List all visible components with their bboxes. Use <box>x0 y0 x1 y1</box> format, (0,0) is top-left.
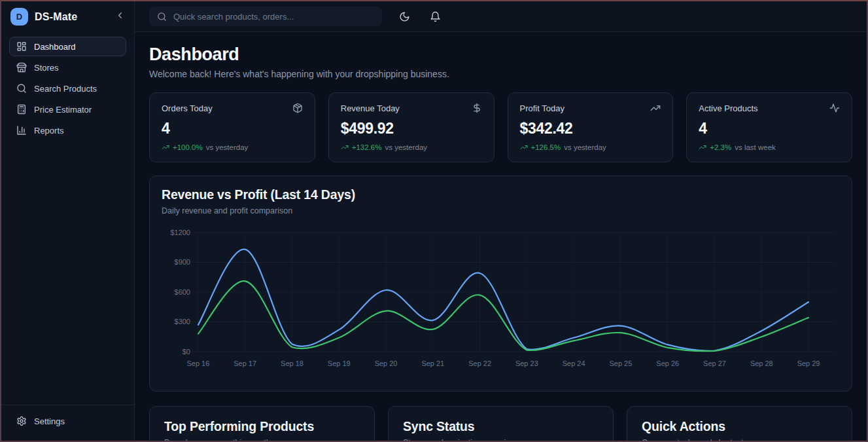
sidebar-collapse-button[interactable] <box>115 10 125 23</box>
y-tick-label: $300 <box>175 318 190 325</box>
card-title: Quick Actions <box>642 419 837 434</box>
topbar <box>135 1 867 32</box>
x-tick-label: Sep 18 <box>281 359 304 367</box>
chart-subtitle: Daily revenue and profit comparison <box>162 206 840 215</box>
stat-label: Revenue Today <box>341 103 400 113</box>
sidebar-item-label: Stores <box>34 63 59 73</box>
dashboard-grid-icon <box>16 41 27 52</box>
stat-value: $342.42 <box>520 120 661 138</box>
brand-name: DS-Mate <box>35 11 77 23</box>
trending-up-icon <box>520 143 528 151</box>
revenue-line <box>198 249 808 351</box>
sidebar-item-stores[interactable]: Stores <box>9 58 126 77</box>
bell-icon[interactable] <box>430 11 441 22</box>
sidebar-item-search-products[interactable]: Search Products <box>9 79 126 98</box>
app-logo: D <box>10 8 28 26</box>
x-tick-label: Sep 28 <box>750 359 773 367</box>
stat-card-revenue-today: Revenue Today $499.92 +132.6% vs yesterd… <box>328 92 495 162</box>
sidebar-header: D DS-Mate <box>1 1 134 32</box>
stat-value: 4 <box>162 120 303 138</box>
x-tick-label: Sep 19 <box>328 359 351 367</box>
stat-label: Active Products <box>699 103 757 113</box>
x-tick-label: Sep 25 <box>610 359 633 367</box>
stat-delta-percent: +126.5% <box>531 143 561 151</box>
global-search[interactable] <box>149 7 382 26</box>
x-tick-label: Sep 17 <box>234 359 256 367</box>
x-tick-label: Sep 16 <box>187 359 210 367</box>
app-window: D DS-Mate Dashboard Stores <box>1 1 867 441</box>
x-tick-label: Sep 23 <box>515 359 538 367</box>
calculator-icon <box>16 104 27 115</box>
revenue-profit-line-chart: $0$300$600$900$1200Sep 16Sep 17Sep 18Sep… <box>162 223 840 382</box>
stat-label: Orders Today <box>162 103 213 113</box>
page-title: Dashboard <box>149 45 852 65</box>
bottom-cards: Top Performing Products Based on revenue… <box>149 406 852 441</box>
quick-actions-card: Quick Actions Common tasks and shortcuts <box>627 406 852 441</box>
x-tick-label: Sep 20 <box>375 359 398 367</box>
sidebar-footer: Settings <box>1 405 134 441</box>
sidebar-item-dashboard[interactable]: Dashboard <box>9 37 126 56</box>
trending-up-icon <box>699 143 706 151</box>
card-title: Top Performing Products <box>164 419 360 434</box>
x-tick-label: Sep 24 <box>563 359 585 367</box>
search-input[interactable] <box>173 12 374 22</box>
x-tick-label: Sep 29 <box>797 359 820 367</box>
x-tick-label: Sep 22 <box>468 359 491 367</box>
sidebar-item-price-estimator[interactable]: Price Estimator <box>9 100 126 119</box>
card-subtitle: Common tasks and shortcuts <box>642 438 837 441</box>
gear-icon <box>16 416 27 426</box>
main-area: Dashboard Welcome back! Here's what's ha… <box>135 1 867 441</box>
stat-delta-percent: +132.6% <box>352 143 382 151</box>
stat-delta-note: vs yesterday <box>385 143 427 151</box>
card-title: Sync Status <box>403 419 599 434</box>
dollar-icon <box>472 103 482 113</box>
sidebar-item-label: Reports <box>34 126 64 136</box>
stat-delta-note: vs last week <box>735 143 776 151</box>
bar-chart-icon <box>16 125 27 136</box>
store-icon <box>16 62 27 73</box>
x-tick-label: Sep 26 <box>656 359 679 367</box>
sidebar-item-reports[interactable]: Reports <box>9 120 126 140</box>
search-icon <box>157 12 167 22</box>
stats-grid: Orders Today 4 +100.0% vs yesterday <box>149 92 852 162</box>
revenue-profit-chart-card: Revenue vs Profit (Last 14 Days) Daily r… <box>149 175 852 392</box>
stat-card-active-products: Active Products 4 +2.3% vs last week <box>686 92 852 162</box>
sidebar: D DS-Mate Dashboard Stores <box>1 1 135 441</box>
sidebar-item-label: Settings <box>34 416 65 426</box>
line-chart: $0$300$600$900$1200Sep 16Sep 17Sep 18Sep… <box>162 223 840 382</box>
stat-label: Profit Today <box>520 103 564 113</box>
y-tick-label: $900 <box>175 258 190 266</box>
x-tick-label: Sep 27 <box>703 359 726 367</box>
chevron-left-icon <box>115 10 125 23</box>
y-tick-label: $0 <box>182 348 190 356</box>
stat-delta-percent: +2.3% <box>710 143 731 151</box>
moon-icon[interactable] <box>399 11 410 22</box>
x-tick-label: Sep 21 <box>421 359 444 367</box>
trending-up-icon <box>162 143 169 151</box>
search-icon <box>16 83 27 94</box>
page-content: Dashboard Welcome back! Here's what's ha… <box>135 32 867 441</box>
y-tick-label: $1200 <box>170 229 190 236</box>
package-icon <box>292 103 303 113</box>
sidebar-item-label: Price Estimator <box>34 105 92 115</box>
y-tick-label: $600 <box>175 288 190 296</box>
activity-icon <box>829 103 840 113</box>
sidebar-item-label: Search Products <box>34 84 97 94</box>
sync-status-card: Sync Status Store synchronization overvi… <box>388 406 614 441</box>
sidebar-nav: Dashboard Stores Search Products Price E… <box>1 32 134 145</box>
card-subtitle: Based on revenue this month <box>164 438 360 441</box>
stat-delta-note: vs yesterday <box>564 143 606 151</box>
stat-delta-note: vs yesterday <box>206 143 249 151</box>
top-performing-products-card: Top Performing Products Based on revenue… <box>149 406 375 441</box>
trending-up-icon <box>650 103 661 113</box>
chart-title: Revenue vs Profit (Last 14 Days) <box>162 187 840 202</box>
sidebar-item-label: Dashboard <box>34 42 76 52</box>
sidebar-item-settings[interactable]: Settings <box>9 411 126 431</box>
page-subtitle: Welcome back! Here's what's happening wi… <box>149 69 852 79</box>
stat-value: $499.92 <box>341 120 482 138</box>
card-subtitle: Store synchronization overview <box>403 438 599 441</box>
stat-delta-percent: +100.0% <box>173 143 203 151</box>
stat-card-profit-today: Profit Today $342.42 +126.5% vs yesterda… <box>508 92 674 162</box>
trending-up-icon <box>341 143 349 151</box>
stat-card-orders-today: Orders Today 4 +100.0% vs yesterday <box>149 92 315 162</box>
